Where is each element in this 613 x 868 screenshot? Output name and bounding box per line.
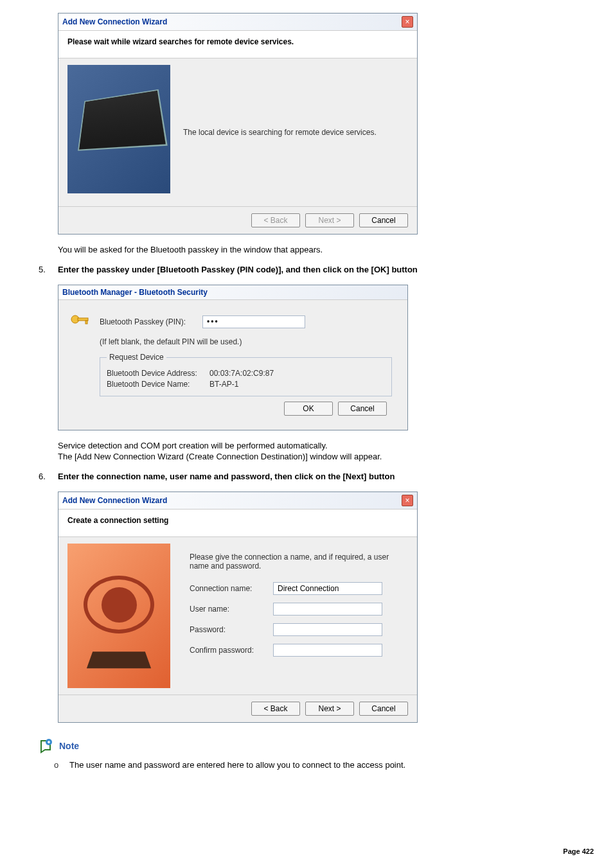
device-name-label: Bluetooth Device Name: [107, 380, 209, 389]
dialog-header-text: Create a connection setting [67, 516, 408, 525]
wizard-graphic [67, 544, 170, 688]
connection-name-input[interactable] [273, 582, 382, 595]
next-button[interactable]: Next > [305, 213, 354, 227]
dialog-buttons: OK Cancel [69, 396, 397, 425]
svg-rect-1 [78, 318, 88, 321]
dialog-header-area: Create a connection setting [58, 509, 417, 537]
request-device-fieldset: Request Device Bluetooth Device Address:… [100, 353, 392, 396]
confirm-password-input[interactable] [273, 644, 382, 657]
cancel-button[interactable]: Cancel [359, 213, 408, 227]
body-paragraph: You will be asked for the Bluetooth pass… [58, 245, 574, 254]
username-input[interactable] [273, 603, 382, 616]
device-address-value: 00:03:7A:02:C9:87 [209, 369, 274, 378]
back-button[interactable]: < Back [251, 702, 300, 716]
dialog-titlebar: Add New Connection Wizard × [58, 13, 417, 31]
cancel-button[interactable]: Cancel [359, 702, 408, 716]
form-instruction: Please give the connection a name, and i… [190, 553, 402, 571]
fieldset-legend: Request Device [107, 353, 166, 362]
step-5: 5. Enter the passkey under [Bluetooth Pa… [39, 265, 574, 274]
dialog-buttons: < Back Next > Cancel [58, 206, 417, 234]
dialog-body: The local device is searching for remote… [58, 58, 417, 206]
step-6: 6. Enter the connection name, user name … [39, 472, 574, 481]
step-instruction: Enter the connection name, user name and… [58, 472, 395, 481]
form-area: Please give the connection a name, and i… [183, 544, 408, 688]
cancel-button[interactable]: Cancel [338, 402, 387, 416]
device-address-label: Bluetooth Device Address: [107, 369, 209, 378]
note-bullet: o [54, 760, 69, 770]
step-instruction: Enter the passkey under [Bluetooth Passk… [58, 265, 418, 274]
bluetooth-key-icon [69, 310, 92, 333]
dialog-buttons: < Back Next > Cancel [58, 695, 417, 722]
note-text: The user name and password are entered h… [69, 760, 405, 770]
wizard-graphic [67, 65, 170, 193]
pin-input[interactable] [202, 315, 305, 328]
note-item: o The user name and password are entered… [54, 760, 574, 770]
back-button[interactable]: < Back [251, 213, 300, 227]
bluetooth-security-dialog: Bluetooth Manager - Bluetooth Security B… [58, 285, 408, 430]
dialog-body: Bluetooth Passkey (PIN): (If left blank,… [58, 300, 407, 430]
pin-hint: (If left blank, the default PIN will be … [100, 337, 397, 346]
dialog-titlebar: Bluetooth Manager - Bluetooth Security [58, 285, 407, 300]
dialog-titlebar: Add New Connection Wizard × [58, 492, 417, 509]
connection-wizard-setting-dialog: Add New Connection Wizard × Create a con… [58, 492, 418, 723]
step-number: 6. [39, 472, 58, 481]
step-number: 5. [39, 265, 58, 274]
next-button[interactable]: Next > [305, 702, 354, 716]
username-label: User name: [190, 605, 273, 614]
dialog-title: Add New Connection Wizard [62, 496, 167, 505]
dialog-body-text: The local device is searching for remote… [183, 65, 408, 200]
dialog-body: Please give the connection a name, and i… [58, 537, 417, 695]
dialog-header-area: Please wait while wizard searches for re… [58, 31, 417, 58]
confirm-password-label: Confirm password: [190, 646, 273, 655]
close-icon[interactable]: × [402, 495, 413, 506]
connection-wizard-search-dialog: Add New Connection Wizard × Please wait … [58, 13, 418, 235]
pin-label: Bluetooth Passkey (PIN): [100, 317, 202, 326]
ok-button[interactable]: OK [284, 402, 333, 416]
dialog-title: Add New Connection Wizard [62, 17, 167, 26]
device-name-value: BT-AP-1 [209, 380, 238, 389]
password-input[interactable] [273, 623, 382, 636]
svg-rect-2 [85, 321, 87, 324]
dialog-title: Bluetooth Manager - Bluetooth Security [62, 288, 208, 297]
connection-name-label: Connection name: [190, 584, 273, 593]
dialog-header-text: Please wait while wizard searches for re… [67, 37, 408, 46]
body-paragraph: Service detection and COM port creation … [58, 441, 574, 450]
password-label: Password: [190, 625, 273, 634]
close-icon[interactable]: × [402, 16, 413, 28]
note-list: o The user name and password are entered… [54, 760, 574, 770]
body-paragraph: The [Add New Connection Wizard (Create C… [58, 452, 574, 461]
note-label: Note [59, 741, 79, 751]
note-header: Note [39, 738, 574, 754]
note-icon [39, 738, 54, 754]
